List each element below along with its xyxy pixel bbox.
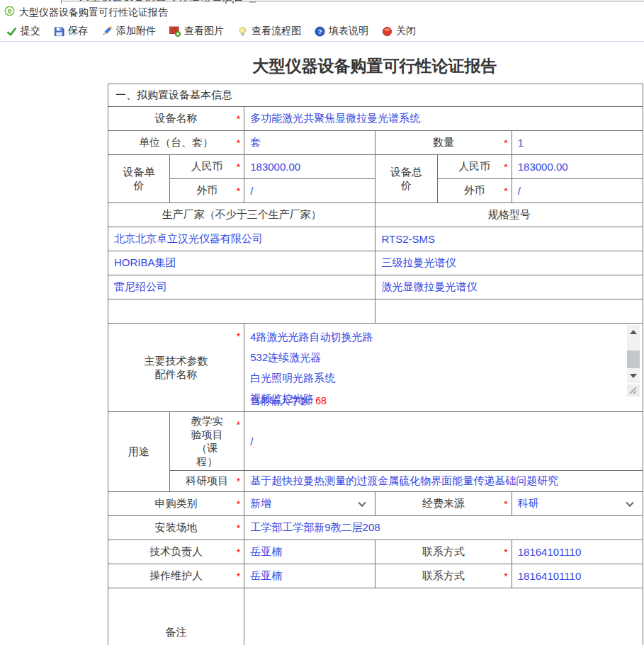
tech-leader-contact-label: 联系方式 *: [375, 540, 512, 564]
usage-group-label: 用途: [108, 412, 170, 492]
model-1-field[interactable]: RTS2-SMS: [375, 227, 643, 251]
clipped-browser-chrome: 大型仪器设备购置可行性论证报告: [0, 0, 644, 4]
remarks-label: 备注: [108, 588, 244, 645]
fund-source-select[interactable]: 科研: [512, 492, 643, 516]
required-asterisk: *: [237, 113, 240, 125]
form-title: 大型仪器设备购置可行性论证报告: [108, 55, 642, 77]
green-e-icon: e: [4, 6, 15, 19]
required-asterisk: *: [237, 137, 240, 149]
model-4-field[interactable]: [375, 299, 643, 324]
device-name-label: 设备名称 *: [108, 107, 244, 131]
close-label: 关闭: [396, 25, 416, 38]
total-price-group-label: 设备总价: [375, 155, 437, 203]
required-asterisk: *: [237, 476, 240, 487]
model-2-field[interactable]: 三级拉曼光谱仪: [375, 251, 643, 275]
textarea-scrollbar[interactable]: [627, 325, 640, 383]
required-asterisk: *: [504, 547, 507, 558]
scrollbar-thumb[interactable]: [627, 350, 640, 368]
quantity-field[interactable]: 1: [512, 131, 643, 155]
view-flowchart-label: 查看流程图: [252, 25, 301, 38]
operator-field[interactable]: 岳亚楠: [244, 564, 375, 588]
required-asterisk: *: [237, 185, 240, 197]
submit-button[interactable]: 提交: [6, 25, 40, 38]
unit-label: 单位（台、套） *: [108, 131, 244, 155]
required-asterisk: *: [237, 547, 240, 558]
view-image-button[interactable]: 查看图片: [169, 25, 224, 38]
tech-leader-label: 技术负责人 *: [108, 540, 244, 564]
char-count: 当前输入字数:68: [250, 395, 326, 408]
total-price-foreign-label: 外币 *: [437, 179, 512, 203]
research-project-label: 科研项目 *: [170, 471, 244, 492]
tab-control-fragment: [225, 1, 234, 4]
required-asterisk: *: [237, 419, 240, 430]
new-tab-fragment: [249, 1, 256, 3]
total-price-foreign-field[interactable]: /: [512, 179, 643, 203]
table-row: 北京北京卓立汉光仪器有限公司 RTS2-SMS: [108, 227, 643, 251]
model-header: 规格型号: [375, 203, 643, 227]
required-asterisk: *: [504, 185, 507, 197]
required-asterisk: *: [237, 571, 240, 582]
submit-label: 提交: [21, 25, 40, 38]
required-asterisk: *: [237, 498, 240, 510]
required-asterisk: *: [504, 137, 507, 149]
toolbar: 提交 保存 添加附件: [0, 21, 644, 42]
svg-text:e: e: [8, 7, 12, 15]
unit-field[interactable]: 套: [244, 131, 375, 155]
attachment-pencil-icon: [101, 25, 113, 37]
add-attachment-button[interactable]: 添加附件: [101, 25, 156, 38]
view-image-label: 查看图片: [184, 25, 224, 38]
fund-source-label: 经费来源 *: [375, 492, 512, 516]
operator-contact-label: 联系方式 *: [375, 564, 512, 588]
tech-params-label: 主要技术参数 配件名称 *: [108, 324, 244, 412]
required-asterisk: *: [504, 571, 507, 582]
remarks-textarea[interactable]: 当前输入字数:0: [244, 588, 643, 645]
table-row: HORIBA集团 三级拉曼光谱仪: [108, 251, 643, 275]
unit-price-rmb-field[interactable]: 183000.00: [244, 155, 375, 179]
clipped-tab-text: 大型仪器设备购置可行性论证报告: [79, 0, 244, 4]
close-circle-icon: [382, 26, 392, 37]
total-price-rmb-field[interactable]: 183000.00: [512, 155, 643, 179]
unit-price-rmb-label: 人民币 *: [170, 155, 244, 179]
tech-leader-contact-field[interactable]: 18164101110: [512, 540, 643, 564]
manufacturer-4-field[interactable]: [108, 299, 375, 324]
purchase-type-label: 申购类别 *: [108, 492, 244, 516]
scroll-up-icon[interactable]: [630, 330, 637, 334]
table-row: 雷尼绍公司 激光显微拉曼光谱仪: [108, 275, 643, 299]
purchase-type-select[interactable]: 新增: [244, 492, 375, 516]
research-project-field[interactable]: 基于超快拉曼热测量的过渡金属硫化物界面能量传递基础问题研究: [244, 471, 643, 492]
manufacturer-2-field[interactable]: HORIBA集团: [108, 251, 375, 275]
operator-label: 操作维护人 *: [108, 564, 244, 588]
unit-price-foreign-field[interactable]: /: [244, 179, 375, 203]
save-button[interactable]: 保存: [54, 25, 88, 38]
manufacturer-3-field[interactable]: 雷尼绍公司: [108, 275, 375, 299]
device-name-field[interactable]: 多功能激光共聚焦显微拉曼光谱系统: [244, 107, 643, 131]
model-3-field[interactable]: 激光显微拉曼光谱仪: [375, 275, 643, 299]
page-tab-row: e 大型仪器设备购置可行性论证报告: [0, 4, 644, 21]
add-attachment-label: 添加附件: [116, 25, 156, 38]
save-floppy-icon: [54, 26, 64, 37]
teaching-project-field[interactable]: /: [244, 412, 643, 471]
install-location-label: 安装场地 *: [108, 516, 244, 540]
scroll-down-icon[interactable]: [630, 374, 637, 378]
flowchart-bulb-icon: [237, 26, 248, 37]
manufacturer-1-field[interactable]: 北京北京卓立汉光仪器有限公司: [108, 227, 375, 251]
view-flowchart-button[interactable]: 查看流程图: [237, 25, 301, 38]
chevron-down-icon: [626, 498, 633, 506]
svg-text:?: ?: [318, 28, 322, 35]
table-row: [108, 299, 643, 324]
close-button[interactable]: 关闭: [382, 25, 416, 38]
required-asterisk: *: [504, 498, 507, 510]
view-image-icon: [169, 25, 181, 37]
operator-contact-field[interactable]: 18164101110: [512, 564, 643, 588]
check-icon: [6, 26, 17, 37]
unit-price-group-label: 设备单价: [108, 155, 170, 203]
total-price-rmb-label: 人民币 *: [437, 155, 512, 179]
feasibility-report-table: 一、拟购置设备基本信息 设备名称 * 多功能激光共聚焦显微拉曼光谱系统 单位（台…: [108, 84, 643, 645]
page-title: 大型仪器设备购置可行性论证报告: [19, 6, 168, 19]
form-help-button[interactable]: ? 填表说明: [315, 25, 368, 38]
textarea-resize-grip[interactable]: [627, 384, 640, 396]
tech-leader-field[interactable]: 岳亚楠: [244, 540, 375, 564]
tech-params-textarea[interactable]: 4路激光光路自动切换光路 532连续激光器 白光照明光路系统 视频监控光路 当前…: [244, 324, 643, 412]
required-asterisk: *: [237, 161, 240, 173]
install-location-field[interactable]: 工学部工学部新9教二层208: [244, 516, 643, 540]
